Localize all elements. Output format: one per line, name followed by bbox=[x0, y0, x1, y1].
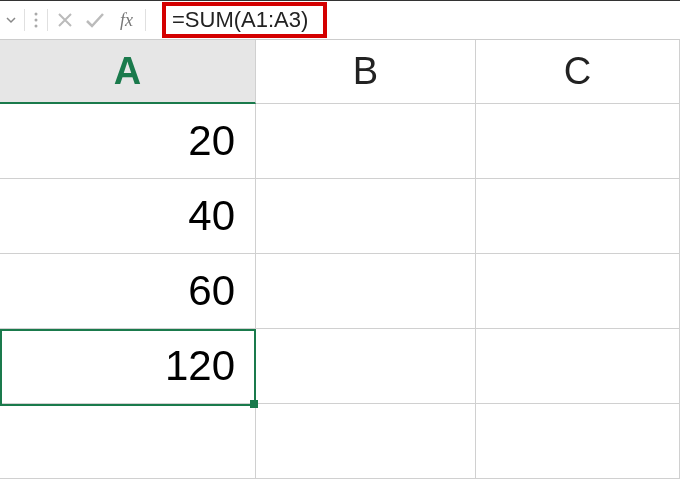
cell-b1[interactable] bbox=[256, 104, 476, 178]
column-header-b[interactable]: B bbox=[256, 40, 476, 103]
name-box-dropdown-icon[interactable] bbox=[4, 14, 18, 26]
cancel-icon[interactable] bbox=[54, 9, 76, 31]
formula-bar: fx =SUM(A1:A3) bbox=[0, 0, 680, 40]
cell-a5[interactable] bbox=[0, 404, 256, 478]
row-2: 40 bbox=[0, 179, 680, 254]
enter-icon[interactable] bbox=[82, 9, 108, 31]
column-header-a[interactable]: A bbox=[0, 40, 256, 104]
cell-value: 40 bbox=[188, 192, 235, 240]
cell-a1[interactable]: 20 bbox=[0, 104, 256, 178]
cell-c4[interactable] bbox=[476, 329, 680, 403]
spreadsheet-grid: A B C 20 40 60 bbox=[0, 40, 680, 479]
grid-rows: 20 40 60 120 bbox=[0, 104, 680, 479]
fx-label: fx bbox=[120, 10, 133, 30]
formula-input-highlight: =SUM(A1:A3) bbox=[162, 2, 327, 38]
cell-c5[interactable] bbox=[476, 404, 680, 478]
cell-a2[interactable]: 40 bbox=[0, 179, 256, 253]
svg-point-0 bbox=[35, 13, 38, 16]
cell-a3[interactable]: 60 bbox=[0, 254, 256, 328]
more-icon[interactable] bbox=[31, 9, 41, 31]
row-3: 60 bbox=[0, 254, 680, 329]
divider bbox=[24, 9, 25, 31]
divider bbox=[47, 9, 48, 31]
formula-input[interactable]: =SUM(A1:A3) bbox=[172, 7, 308, 33]
cell-b5[interactable] bbox=[256, 404, 476, 478]
cell-b2[interactable] bbox=[256, 179, 476, 253]
row-5 bbox=[0, 404, 680, 479]
cell-b3[interactable] bbox=[256, 254, 476, 328]
cell-c2[interactable] bbox=[476, 179, 680, 253]
column-label: A bbox=[114, 50, 141, 93]
insert-function-icon[interactable]: fx bbox=[114, 10, 139, 31]
cell-b4[interactable] bbox=[256, 329, 476, 403]
svg-point-1 bbox=[35, 19, 38, 22]
column-header-c[interactable]: C bbox=[476, 40, 680, 103]
divider bbox=[145, 9, 146, 31]
row-4: 120 bbox=[0, 329, 680, 404]
column-label: B bbox=[353, 50, 378, 93]
row-1: 20 bbox=[0, 104, 680, 179]
column-label: C bbox=[564, 50, 591, 93]
cell-value: 60 bbox=[188, 267, 235, 315]
cell-c1[interactable] bbox=[476, 104, 680, 178]
cell-a4[interactable]: 120 bbox=[0, 329, 256, 403]
cell-value: 120 bbox=[165, 342, 235, 390]
svg-point-2 bbox=[35, 25, 38, 28]
cell-value: 20 bbox=[188, 117, 235, 165]
cell-c3[interactable] bbox=[476, 254, 680, 328]
column-headers: A B C bbox=[0, 40, 680, 104]
